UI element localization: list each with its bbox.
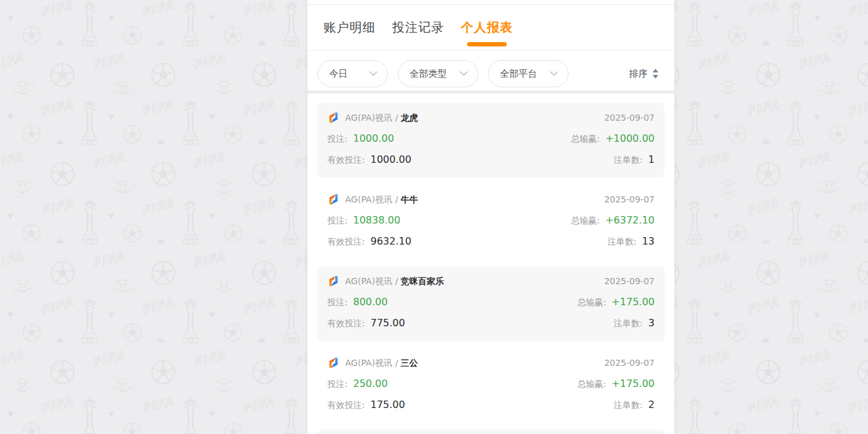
game-name: 牛牛 (400, 193, 418, 206)
order-count-pair: 注单数: 13 (608, 235, 655, 248)
panel-top-divider (307, 0, 674, 5)
provider-name: AG(PA)视讯 / (345, 275, 398, 287)
report-list: AG(PA)视讯 / 龙虎 2025-09-07 投注: 1000.00 总输赢… (307, 93, 674, 434)
total-win-pair: 总输赢: +175.00 (577, 378, 655, 390)
valid-bet-pair: 有效投注: 775.00 (327, 317, 405, 329)
bet-value: 800.00 (353, 296, 388, 308)
sort-arrows-icon (652, 69, 659, 79)
valid-bet-pair: 有效投注: 9632.10 (327, 235, 411, 248)
platform-filter-label: 全部平台 (500, 68, 537, 80)
order-count-label: 注单数: (614, 318, 643, 329)
active-tab-underline (467, 42, 507, 46)
bet-pair: 投注: 250.00 (327, 378, 388, 390)
total-win-value: +175.00 (612, 378, 655, 389)
tab-label: 投注记录 (392, 19, 444, 36)
valid-bet-label: 有效投注: (327, 155, 365, 166)
order-count-pair: 注单数: 3 (614, 317, 655, 329)
report-card[interactable]: AG(PA)视讯 / 牛牛 2025-09-07 投注: 10838.00 总输… (317, 184, 664, 259)
provider-name: AG(PA)视讯 / (345, 193, 398, 206)
valid-bet-pair: 有效投注: 175.00 (327, 399, 405, 411)
bet-label: 投注: (327, 215, 348, 227)
valid-bet-value: 1000.00 (371, 154, 411, 165)
tab-label: 个人报表 (461, 19, 513, 36)
tab-bar: 账户明细 投注记录 个人报表 (307, 5, 674, 51)
chevron-down-icon (460, 71, 468, 76)
valid-bet-label: 有效投注: (327, 318, 365, 329)
valid-bet-value: 9632.10 (371, 235, 411, 247)
valid-bet-label: 有效投注: (327, 400, 365, 411)
chevron-down-icon (550, 71, 558, 76)
report-card[interactable]: AG(PA)视讯 / 三公 2025-09-07 投注: 250.00 总输赢:… (317, 348, 664, 423)
date-filter-dropdown[interactable]: 今日 (317, 60, 388, 87)
card-row: 投注: 1000.00 总输赢: +1000.00 (327, 132, 655, 145)
card-header: AG(PA)视讯 / 三公 2025-09-07 (327, 357, 655, 369)
order-count-label: 注单数: (614, 400, 643, 411)
card-row: 投注: 250.00 总输赢: +175.00 (327, 378, 655, 390)
ag-provider-logo-icon (327, 357, 340, 369)
card-row: 有效投注: 9632.10 注单数: 13 (327, 235, 655, 248)
game-name: 龙虎 (400, 111, 418, 124)
total-win-pair: 总输赢: +6372.10 (571, 214, 655, 227)
chevron-down-icon (369, 71, 377, 76)
card-header: AG(PA)视讯 / 竞咪百家乐 2025-09-07 (327, 275, 655, 287)
bet-value: 10838.00 (353, 214, 400, 226)
tab-account-details[interactable]: 账户明细 (324, 5, 376, 50)
total-win-pair: 总输赢: +1000.00 (571, 132, 655, 145)
card-row: 投注: 800.00 总输赢: +175.00 (327, 296, 655, 308)
order-count-value: 3 (648, 317, 655, 329)
ag-provider-logo-icon (327, 111, 340, 124)
report-card[interactable]: AG(PA)视讯 / 龙虎 2025-09-07 投注: 1000.00 总输赢… (317, 103, 664, 178)
valid-bet-pair: 有效投注: 1000.00 (327, 154, 411, 166)
bet-value: 1000.00 (353, 132, 394, 144)
tab-bet-records[interactable]: 投注记录 (392, 5, 444, 50)
order-count-label: 注单数: (614, 155, 643, 166)
tab-personal-report[interactable]: 个人报表 (461, 5, 513, 50)
type-filter-dropdown[interactable]: 全部类型 (398, 60, 478, 87)
report-panel: 账户明细 投注记录 个人报表 今日 全部类型 全部平台 (307, 0, 674, 434)
date-filter-label: 今日 (329, 68, 348, 80)
bet-pair: 投注: 1000.00 (327, 132, 394, 145)
total-win-label: 总输赢: (577, 297, 606, 308)
platform-filter-dropdown[interactable]: 全部平台 (488, 60, 569, 87)
provider-name: AG(PA)视讯 / (345, 357, 398, 369)
card-row: 投注: 10838.00 总输赢: +6372.10 (327, 214, 655, 227)
record-date: 2025-09-07 (604, 357, 655, 369)
game-name: 竞咪百家乐 (400, 275, 444, 287)
valid-bet-value: 175.00 (371, 399, 405, 410)
tab-label: 账户明细 (324, 19, 376, 36)
record-date: 2025-09-07 (604, 193, 655, 206)
order-count-pair: 注单数: 1 (614, 154, 655, 166)
total-win-label: 总输赢: (571, 215, 600, 227)
card-row: 有效投注: 175.00 注单数: 2 (327, 399, 655, 411)
record-date: 2025-09-07 (604, 275, 655, 287)
record-date: 2025-09-07 (604, 111, 655, 124)
bet-value: 250.00 (353, 378, 388, 389)
ag-provider-logo-icon (327, 275, 340, 287)
sort-control[interactable]: 排序 (629, 68, 659, 80)
report-card-partial[interactable] (317, 430, 664, 434)
total-win-value: +1000.00 (605, 132, 655, 144)
sort-label: 排序 (629, 68, 648, 80)
bet-label: 投注: (327, 297, 348, 308)
order-count-value: 13 (642, 235, 655, 247)
total-win-label: 总输赢: (577, 379, 606, 390)
valid-bet-value: 775.00 (371, 317, 405, 329)
card-row: 有效投注: 775.00 注单数: 3 (327, 317, 655, 329)
provider-name: AG(PA)视讯 / (345, 111, 398, 124)
order-count-label: 注单数: (608, 237, 637, 248)
bet-label: 投注: (327, 134, 348, 145)
total-win-label: 总输赢: (571, 134, 600, 145)
bet-pair: 投注: 800.00 (327, 296, 388, 308)
game-name: 三公 (400, 357, 418, 369)
report-card[interactable]: AG(PA)视讯 / 竞咪百家乐 2025-09-07 投注: 800.00 总… (317, 266, 664, 341)
order-count-value: 1 (648, 154, 655, 165)
total-win-pair: 总输赢: +175.00 (577, 296, 655, 308)
order-count-pair: 注单数: 2 (614, 399, 655, 411)
order-count-value: 2 (648, 399, 655, 410)
filter-bar: 今日 全部类型 全部平台 排序 (307, 51, 674, 90)
bet-label: 投注: (327, 379, 348, 390)
bet-pair: 投注: 10838.00 (327, 214, 400, 227)
card-row: 有效投注: 1000.00 注单数: 1 (327, 154, 655, 166)
valid-bet-label: 有效投注: (327, 237, 365, 248)
total-win-value: +6372.10 (605, 214, 655, 226)
